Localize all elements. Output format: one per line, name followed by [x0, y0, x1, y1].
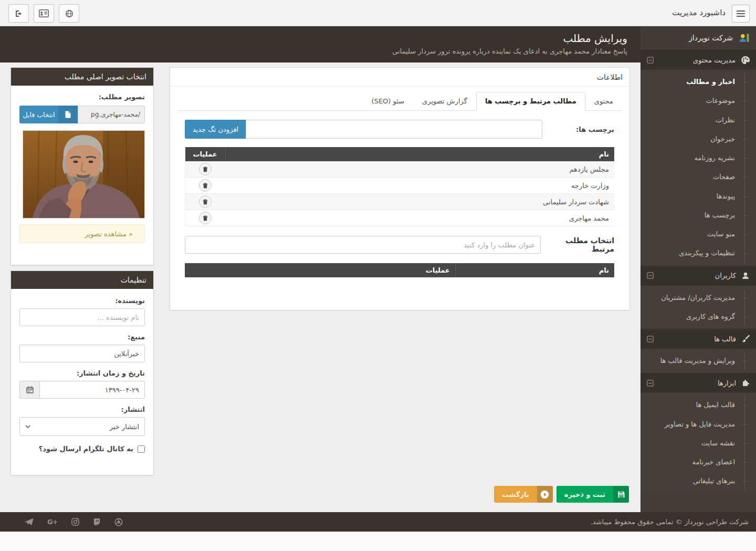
add-tag-button[interactable]: افزودن تگ جدید	[185, 120, 246, 139]
settings-panel-title: تنظیمات	[11, 271, 153, 289]
palette-icon	[741, 56, 750, 65]
sidebar-item-news-articles[interactable]: اخبار و مطالب	[640, 72, 756, 91]
chevron-down-icon	[25, 425, 30, 428]
profile-card-button[interactable]	[34, 4, 54, 23]
save-button[interactable]: ثبت و ذخیره	[556, 486, 629, 503]
tab-photo-report[interactable]: گزارش تصویری	[413, 92, 476, 110]
sidebar-company[interactable]: شرکت نوپرداز	[640, 26, 756, 50]
google-plus-icon[interactable]: G+	[47, 518, 58, 526]
selected-filename: /محمد-مهاجری.pg	[78, 106, 145, 123]
tab-seo[interactable]: سئو (SEO)	[363, 92, 414, 110]
puzzle-icon	[741, 379, 750, 387]
collapse-minus-icon[interactable]	[647, 57, 654, 64]
sidebar-section-templates[interactable]: قالب ها	[640, 329, 756, 349]
tags-table: نام عملیات مجلس یازدهم وزارت خارجه شهادت…	[185, 147, 614, 226]
back-button[interactable]: بازگشت	[494, 486, 553, 503]
telegram-checkbox-row: به کانال تلگرام ارسال شود؟	[19, 445, 145, 453]
trash-icon	[203, 167, 208, 172]
sidebar-item-users-customers[interactable]: مدیریت کاربران/ مشتریان	[640, 288, 756, 307]
source-input[interactable]	[19, 345, 145, 362]
sidebar-item-ad-banners[interactable]: بنرهای تبلیغاتی	[640, 472, 756, 491]
save-button-label: ثبت و ذخیره	[556, 486, 613, 503]
sidebar-item-feed-reader[interactable]: خبرخوان	[640, 130, 756, 149]
delete-tag-button[interactable]	[199, 212, 212, 224]
page-subtitle: پاسخ معنادار محمد مهاجری به ادعای یک نما…	[0, 47, 627, 55]
templates-submenu: ویرایش و مدیریت قالب ها	[640, 349, 756, 373]
telegram-checkbox[interactable]	[138, 445, 145, 453]
sidebar-toggle-button[interactable]	[732, 5, 750, 23]
sign-out-button[interactable]	[8, 4, 29, 23]
related-article-search-input[interactable]	[185, 236, 541, 254]
choose-file-button[interactable]: انتخاب فایل	[19, 106, 58, 123]
calendar-addon[interactable]	[19, 381, 39, 399]
publish-date-input[interactable]	[39, 381, 145, 399]
sidebar-item-site-menu[interactable]: منو سایت	[640, 225, 756, 244]
collapse-minus-icon[interactable]	[647, 272, 654, 279]
tab-related-and-tags[interactable]: مطالب مرتبط و برچسب ها	[476, 92, 585, 111]
delete-tag-button[interactable]	[199, 195, 212, 208]
sidebar-item-template-edit[interactable]: ویرایش و مدیریت قالب ها	[640, 351, 756, 370]
twitch-icon[interactable]	[93, 518, 101, 526]
view-image-link[interactable]: « مشاهده تصویر	[19, 224, 145, 243]
related-table-ops-header: عملیات	[185, 263, 455, 277]
content-management-submenu: اخبار و مطالب موضوعات نظرات خبرخوان نشری…	[640, 70, 756, 266]
chrome-icon[interactable]	[114, 518, 123, 526]
sidebar-item-newspaper[interactable]: نشریه روزنامه	[640, 149, 756, 168]
telegram-checkbox-label[interactable]: به کانال تلگرام ارسال شود؟	[39, 445, 133, 453]
trash-icon	[203, 215, 208, 221]
sidebar-item-sitemap[interactable]: نقشه سایت	[640, 434, 756, 453]
tab-body: برچسب ها: افزودن تگ جدید نام عملیات مجلس…	[170, 111, 629, 277]
collapse-minus-icon[interactable]	[647, 336, 654, 342]
section-label: ابزارها	[718, 379, 736, 387]
tag-name: مجلس یازدهم	[225, 161, 614, 178]
section-label: مدیریت محتوی	[693, 56, 736, 64]
sidebar-section-tools[interactable]: ابزارها	[640, 373, 756, 393]
sidebar-item-user-groups[interactable]: گروه های کاربری	[640, 307, 756, 326]
sidebar-item-file-manager[interactable]: مدیریت فایل ها و تصاویر	[640, 415, 756, 434]
sidebar-item-settings-config[interactable]: تنظیمات و پیکربندی	[640, 244, 756, 263]
brush-icon	[741, 335, 750, 343]
info-panel: اطلاعات محتوی مطالب مرتبط و برچسب ها گزا…	[170, 67, 630, 310]
delete-tag-button[interactable]	[199, 179, 212, 192]
sidebar-section-content-management[interactable]: مدیریت محتوی	[640, 50, 756, 70]
author-input[interactable]	[19, 308, 145, 326]
back-button-label: بازگشت	[494, 486, 537, 503]
sidebar-item-newsletter-members[interactable]: اعضای خبرنامه	[640, 453, 756, 472]
id-card-icon	[39, 9, 49, 17]
date-input-group	[19, 381, 145, 399]
tag-row: وزارت خارجه	[185, 178, 615, 194]
info-tabs: محتوی مطالب مرتبط و برچسب ها گزارش تصویر…	[177, 92, 622, 111]
hamburger-icon	[737, 9, 745, 18]
sidebar-item-links[interactable]: پیوندها	[640, 187, 756, 206]
telegram-icon[interactable]	[24, 518, 34, 526]
tag-row: محمد مهاجری	[185, 210, 615, 226]
sidebar-item-tags[interactable]: برچسب ها	[640, 206, 756, 225]
page-title: ویرایش مطلب	[0, 32, 627, 45]
company-name: شرکت نوپرداز	[689, 34, 733, 42]
site-view-button[interactable]	[59, 4, 79, 23]
image-panel: انتخاب تصویر اصلی مطلب تصویر مطلب: /محمد…	[10, 67, 154, 265]
instagram-icon[interactable]	[71, 518, 79, 526]
sidebar-item-email-templates[interactable]: قالب ایمیل ها	[640, 396, 756, 414]
topbar: داشبورد مدیریت	[0, 0, 756, 26]
sidebar-item-topics[interactable]: موضوعات	[640, 91, 756, 110]
collapse-minus-icon[interactable]	[647, 380, 654, 387]
publish-date-label: تاریخ و زمان انتشار:	[19, 369, 145, 377]
file-input-group: /محمد-مهاجری.pg انتخاب فایل	[19, 106, 145, 123]
author-label: نویسنده:	[19, 297, 145, 305]
tags-table-ops-header: عملیات	[185, 147, 226, 161]
tags-table-name-header: نام	[225, 147, 614, 161]
page-header: ویرایش مطلب پاسخ معنادار محمد مهاجری به …	[0, 26, 640, 63]
sidebar-item-comments[interactable]: نظرات	[640, 111, 756, 130]
sidebar-section-users[interactable]: کاربران	[640, 266, 756, 286]
publish-select[interactable]: انتشار خبر	[19, 417, 145, 436]
info-panel-title: اطلاعات	[170, 68, 629, 87]
tab-content[interactable]: محتوی	[585, 92, 622, 110]
publish-label: انتشار:	[19, 406, 145, 413]
article-image-frame	[23, 130, 145, 219]
delete-tag-button[interactable]	[199, 163, 212, 175]
sidebar-item-pages[interactable]: صفحات	[640, 168, 756, 186]
new-tag-input[interactable]	[246, 120, 542, 139]
tag-row: شهادت سردار سلیمانی	[185, 194, 615, 210]
content-area: اطلاعات محتوی مطالب مرتبط و برچسب ها گزا…	[0, 63, 640, 512]
